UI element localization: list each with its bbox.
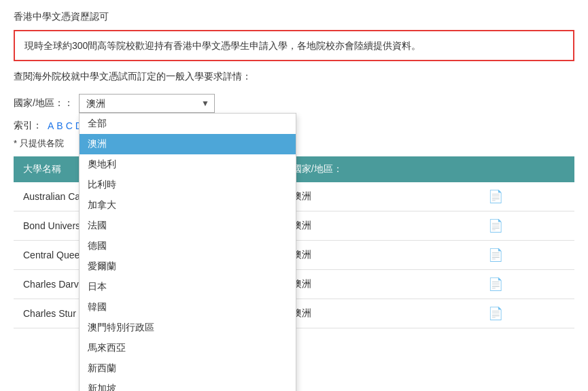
page-title: 香港中學文憑資歷認可 bbox=[14, 11, 574, 23]
dropdown-item-kor[interactable]: 韓國 bbox=[80, 297, 296, 318]
dropdown-item-nzl[interactable]: 新西蘭 bbox=[80, 358, 296, 379]
dropdown-list[interactable]: 全部 澳洲 奧地利 比利時 加拿大 法國 德國 愛爾蘭 日本 韓國 澳門特別行政… bbox=[79, 113, 296, 391]
dropdown-item-mac[interactable]: 澳門特別行政區 bbox=[80, 318, 296, 338]
pdf-icon[interactable]: 📄 bbox=[488, 248, 503, 262]
pdf-icon[interactable]: 📄 bbox=[488, 190, 503, 203]
dropdown-item-fra[interactable]: 法國 bbox=[80, 216, 296, 236]
dropdown-item-aus[interactable]: 澳洲 bbox=[80, 134, 296, 154]
cell-country: 澳洲 bbox=[283, 270, 479, 299]
dropdown-item-can[interactable]: 加拿大 bbox=[80, 195, 296, 216]
dropdown-item-sgp[interactable]: 新加坡 bbox=[80, 379, 296, 391]
col-header-country: 國家/地區： bbox=[283, 156, 479, 182]
col-header-pdf bbox=[479, 156, 574, 182]
filter-label: 國家/地區：： bbox=[14, 97, 73, 109]
pdf-icon[interactable]: 📄 bbox=[488, 277, 503, 291]
index-label: 索引： bbox=[14, 120, 42, 132]
dropdown-item-mys[interactable]: 馬來西亞 bbox=[80, 338, 296, 358]
index-b[interactable]: B bbox=[56, 120, 63, 131]
dropdown-item-jpn[interactable]: 日本 bbox=[80, 277, 296, 297]
dropdown-item-aut[interactable]: 奧地利 bbox=[80, 154, 296, 175]
cell-country: 澳洲 bbox=[283, 299, 479, 328]
cell-pdf[interactable]: 📄 bbox=[479, 299, 574, 328]
sub-text: 查閱海外院校就中學文憑試而訂定的一般入學要求詳情： bbox=[14, 71, 574, 83]
filter-row: 國家/地區：： 全部 澳洲 奧地利 比利時 加拿大 法國 德國 愛爾蘭 日本 韓… bbox=[14, 94, 574, 113]
cell-pdf[interactable]: 📄 bbox=[479, 211, 574, 241]
dropdown-wrapper[interactable]: 全部 澳洲 奧地利 比利時 加拿大 法國 德國 愛爾蘭 日本 韓國 澳門特別行政… bbox=[79, 94, 215, 113]
country-select[interactable]: 全部 澳洲 奧地利 比利時 加拿大 法國 德國 愛爾蘭 日本 韓國 澳門特別行政… bbox=[79, 94, 215, 113]
dropdown-item-bel[interactable]: 比利時 bbox=[80, 175, 296, 195]
dropdown-item-irl[interactable]: 愛爾蘭 bbox=[80, 256, 296, 277]
cell-pdf[interactable]: 📄 bbox=[479, 241, 574, 270]
index-a[interactable]: A bbox=[48, 120, 54, 131]
dropdown-item-deu[interactable]: 德國 bbox=[80, 236, 296, 256]
index-c[interactable]: C bbox=[66, 120, 73, 131]
cell-country: 澳洲 bbox=[283, 241, 479, 270]
cell-pdf[interactable]: 📄 bbox=[479, 182, 574, 211]
cell-country: 澳洲 bbox=[283, 182, 479, 211]
cell-country: 澳洲 bbox=[283, 211, 479, 241]
highlight-text: 現時全球約300間高等院校歡迎持有香港中學文憑學生申請入學，各地院校亦會陸續提供… bbox=[24, 40, 421, 51]
pdf-icon[interactable]: 📄 bbox=[488, 219, 503, 233]
cell-pdf[interactable]: 📄 bbox=[479, 270, 574, 299]
highlight-box: 現時全球約300間高等院校歡迎持有香港中學文憑學生申請入學，各地院校亦會陸續提供… bbox=[14, 30, 574, 61]
page-container: 香港中學文憑資歷認可 現時全球約300間高等院校歡迎持有香港中學文憑學生申請入學… bbox=[0, 0, 588, 339]
dropdown-item-all[interactable]: 全部 bbox=[80, 114, 296, 134]
pdf-icon[interactable]: 📄 bbox=[488, 307, 503, 320]
